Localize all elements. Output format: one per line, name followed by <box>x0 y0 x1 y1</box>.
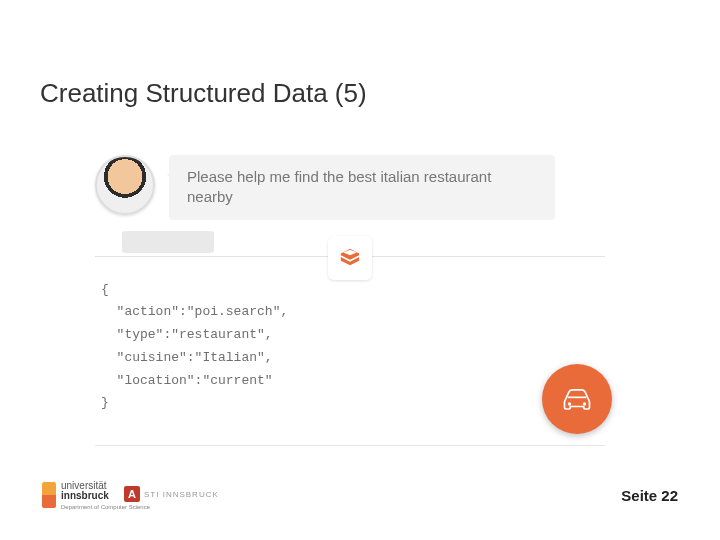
code-line: "type":"restaurant", <box>101 324 603 347</box>
car-badge-icon <box>542 364 612 434</box>
svg-point-1 <box>583 402 586 405</box>
chat-row: Please help me find the best italian res… <box>95 155 605 220</box>
side-tab-decoration <box>122 231 214 253</box>
slide-title: Creating Structured Data (5) <box>40 78 367 109</box>
code-line: } <box>101 392 603 415</box>
json-response: { "action":"poi.search", "type":"restaur… <box>95 275 605 416</box>
lower-divider <box>95 445 605 446</box>
code-line: "cuisine":"Italian", <box>101 347 603 370</box>
code-line: "location":"current" <box>101 370 603 393</box>
sti-logo: A STI INNSBRUCK <box>124 486 219 502</box>
assistant-box-icon <box>328 236 372 280</box>
chat-message-text: Please help me find the best italian res… <box>187 168 491 205</box>
code-line: { <box>101 279 603 302</box>
divider-assistant <box>95 256 605 257</box>
uni-department: Department of Computer Science <box>61 504 150 510</box>
user-avatar <box>95 155 155 215</box>
chat-bubble: Please help me find the best italian res… <box>169 155 555 220</box>
footer: universität innsbruck Department of Comp… <box>42 474 678 510</box>
page-number: Seite 22 <box>621 487 678 504</box>
uni-name-1: universität <box>61 480 107 491</box>
svg-point-0 <box>568 402 571 405</box>
sti-logo-text: STI INNSBRUCK <box>144 490 219 499</box>
university-logo-mark <box>42 482 56 508</box>
page-num: 22 <box>661 487 678 504</box>
code-line: "action":"poi.search", <box>101 301 603 324</box>
page-label: Seite <box>621 487 661 504</box>
content-area: Please help me find the best italian res… <box>95 155 605 415</box>
sti-logo-mark: A <box>124 486 140 502</box>
